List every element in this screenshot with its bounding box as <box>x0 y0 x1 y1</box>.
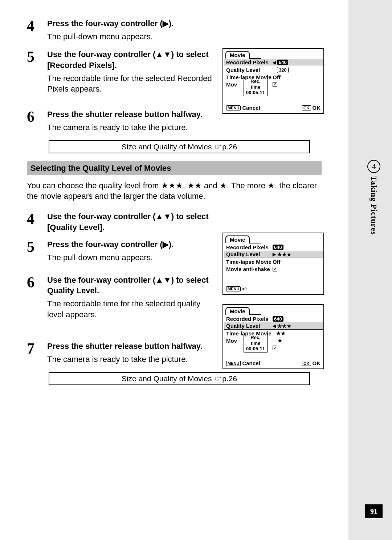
step-title: Press the shutter release button halfway… <box>47 341 218 352</box>
check-icon: ✓ <box>273 267 277 271</box>
step-number: 6 <box>27 275 47 290</box>
step-title: Press the four-way controller (▶). <box>47 18 322 29</box>
screen-tab: Movie <box>225 235 250 243</box>
option-value: 320 <box>277 67 289 73</box>
step-desc: The recordable time for the selected Rec… <box>47 73 218 94</box>
chapter-number: 4 <box>367 160 380 173</box>
rec-time-value: 00:05:11 <box>245 90 266 96</box>
menu-button-label: MENU <box>226 286 241 291</box>
cross-ref-box: Size and Quality of Movies ☞p.26 <box>49 140 310 153</box>
option-value: Off <box>273 74 281 80</box>
cross-ref-text: Size and Quality of Movies <box>122 142 214 151</box>
step-number: 5 <box>27 49 47 64</box>
option-value: 640 <box>273 245 283 250</box>
step-number: 6 <box>27 109 47 124</box>
rec-time-box: Rec. time 00:05:11 <box>244 78 268 96</box>
rec-time-value: 00:05:11 <box>245 346 266 352</box>
option-value: 640 <box>273 316 283 322</box>
step-number: 7 <box>27 341 47 356</box>
step-desc: The pull-down menu appears. <box>47 31 322 42</box>
cross-ref-box: Size and Quality of Movies ☞p.26 <box>49 372 310 385</box>
step-title: Press the shutter release button halfway… <box>47 109 218 120</box>
cross-ref-page: p.26 <box>222 374 237 383</box>
step-desc: The camera is ready to take the picture. <box>47 354 218 365</box>
rec-time-label: Rec. time <box>245 335 266 346</box>
cross-ref-page: p.26 <box>222 142 237 151</box>
camera-screen-recorded-pixels: Movie Recorded Pixels ◀640 Quality Level… <box>222 48 324 114</box>
step-4a: 4 Press the four-way controller (▶). The… <box>27 18 322 45</box>
stars-3: ★★★ <box>277 323 291 329</box>
right-arrow-icon: ▶ <box>273 252 276 257</box>
menu-label-trunc: Mov <box>226 338 237 344</box>
ok-button-label: OK <box>302 361 311 366</box>
ok-button-label: OK <box>302 105 311 110</box>
step-title: Use the four-way controller (▲▼) to sele… <box>47 211 218 233</box>
left-arrow-icon: ◀ <box>273 60 276 65</box>
chapter-tab: 4 Taking Pictures <box>365 160 383 235</box>
chapter-title: Taking Pictures <box>369 176 379 235</box>
stars-1: ★ <box>278 338 282 343</box>
return-icon: ↩ <box>242 286 247 292</box>
menu-button-label: MENU <box>226 105 241 110</box>
section-intro: You can choose the quality level from ★★… <box>27 180 322 202</box>
check-icon: ✓ <box>273 82 277 87</box>
cancel-label: Cancel <box>242 105 260 111</box>
camera-screen-quality-select: Movie Recorded Pixels 640 Quality Level … <box>222 233 324 295</box>
menu-label: Recorded Pixels <box>226 59 273 65</box>
left-arrow-icon: ◀ <box>273 323 276 329</box>
menu-label: Time-lapse Movie <box>226 259 273 265</box>
step-title: Press the four-way controller (▶). <box>47 239 218 250</box>
pointing-hand-icon: ☞ <box>215 374 221 383</box>
rec-time-label: Rec. time <box>245 78 266 90</box>
rec-time-box: Rec. time 00:05:11 <box>244 334 268 352</box>
camera-screen-quality-dropdown: Movie Recorded Pixels 640 Quality Level … <box>222 304 324 369</box>
menu-label: Quality Level <box>226 251 273 257</box>
stars-value: ★★★ <box>277 251 291 257</box>
section-heading: Selecting the Quality Level of Movies <box>27 161 322 175</box>
step-4b: 4 Use the four-way controller (▲▼) to se… <box>27 211 322 235</box>
step-number: 4 <box>27 211 47 226</box>
menu-label: Movie anti-shake <box>226 266 273 272</box>
screen-tab: Movie <box>225 307 250 315</box>
step-desc: The pull-down menu appears. <box>47 252 218 263</box>
menu-label: Recorded Pixels <box>226 244 273 250</box>
step-number: 4 <box>27 18 47 33</box>
menu-label: Recorded Pixels <box>226 316 273 322</box>
option-value: Off <box>273 259 281 265</box>
selected-value: 640 <box>277 60 288 65</box>
step-title: Use the four-way controller (▲▼) to sele… <box>47 275 218 296</box>
menu-label-trunc: Mov <box>226 81 237 88</box>
cancel-label: Cancel <box>242 360 260 366</box>
menu-label: Quality Level <box>226 67 273 73</box>
pointing-hand-icon: ☞ <box>215 142 221 151</box>
ok-label: OK <box>313 360 321 366</box>
stars-2: ★★ <box>276 330 286 336</box>
check-icon: ✓ <box>273 346 277 350</box>
cross-ref-text: Size and Quality of Movies <box>122 374 214 383</box>
step-desc: The camera is ready to take the picture. <box>47 122 218 133</box>
step-title: Use the four-way controller (▲▼) to sele… <box>47 49 218 70</box>
step-number: 5 <box>27 239 47 254</box>
ok-label: OK <box>313 105 321 111</box>
step-desc: The recordable time for the selected qua… <box>47 298 218 320</box>
screen-tab: Movie <box>225 51 250 59</box>
menu-button-label: MENU <box>226 361 241 366</box>
page-number: 91 <box>365 504 383 518</box>
menu-label: Quality Level <box>226 323 273 329</box>
